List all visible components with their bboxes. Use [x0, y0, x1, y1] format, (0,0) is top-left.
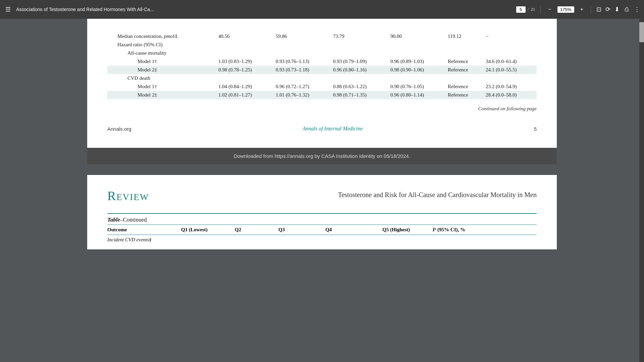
toolbar: ☰ Associations of Testosterone and Relat… [0, 0, 644, 19]
table-row: Median concentration, pmol/L 40.56 59.86… [107, 32, 537, 41]
download-button[interactable]: ⬇ [614, 6, 620, 13]
page-separator: / [528, 7, 529, 12]
table-row: All-cause mortality [107, 49, 537, 57]
more-options-button[interactable]: ⋮ [634, 6, 640, 13]
incident-cvd-row: Incident CVD events§ [107, 235, 537, 243]
row-label: Model 2‡ [107, 91, 216, 99]
table-section: Median concentration, pmol/L 40.56 59.86… [107, 32, 537, 99]
col-header-outcome: Outcome [107, 227, 181, 233]
cell-q2: 0.96 (0.72–1.27) [273, 82, 330, 91]
continued-text: Continued on following page [107, 106, 537, 122]
cell-q1: 40.56 [216, 32, 273, 41]
cell-i2: 24.1 (0.0–55.5) [483, 66, 537, 74]
table-italic-label: Table [107, 217, 120, 223]
fit-page-button[interactable]: ⊡ [596, 6, 601, 13]
row-label: Median concentration, pmol/L [107, 32, 216, 41]
cell-q2: 1.01 (0.76–1.32) [273, 91, 330, 99]
page-separator-gap [87, 164, 557, 175]
cell-q4: 0.96 (0.89–1.03) [388, 57, 445, 66]
cell-q3: 73.79 [330, 32, 388, 41]
row-label: Model 1† [107, 57, 216, 66]
cell-q2: 0.93 (0.76–1.13) [273, 57, 330, 66]
cell-q4: 0.90 (0.76–1.05) [388, 82, 445, 91]
table-row: Hazard ratio (95% CI) [107, 41, 537, 49]
table-continued-header: Table–Continued [107, 213, 537, 225]
col-header-i2: I² (95% CI), % [433, 227, 480, 233]
row-label: Model 2‡ [107, 66, 216, 74]
cell-q1: 1.02 (0.81–1.27) [216, 91, 273, 99]
row-label: Hazard ratio (95% CI) [107, 41, 216, 49]
cell-q5: Reference [445, 66, 483, 74]
pdf-page-top: Median concentration, pmol/L 40.56 59.86… [87, 19, 557, 148]
menu-icon[interactable]: ☰ [4, 4, 12, 14]
cell-q3: 0.98 (0.71–1.35) [330, 91, 388, 99]
cell-q5: Reference [445, 82, 483, 91]
cell-q1: 0.98 (0.78–1.25) [216, 66, 273, 74]
review-label: Review [107, 188, 149, 203]
pdf-content-area[interactable]: Median concentration, pmol/L 40.56 59.86… [0, 19, 644, 362]
cell-i2: 28.4 (0.0–58.0) [483, 91, 537, 99]
cell-q2: 0.93 (0.73–1.18) [273, 66, 330, 74]
table-row: CVD death [107, 74, 537, 82]
cell-q1: 1.03 (0.83–1.29) [216, 57, 273, 66]
table-column-headers: Outcome Q1 (Lowest) Q2 Q3 Q4 Q5 (Highest… [107, 225, 537, 235]
zoom-level[interactable]: 175% [557, 6, 574, 13]
section-header-label: All-cause mortality [107, 49, 216, 57]
col-header-q4: Q4 [325, 227, 382, 233]
toolbar-divider [540, 5, 541, 13]
data-table: Median concentration, pmol/L 40.56 59.86… [107, 32, 537, 99]
section-header-label: CVD death [107, 74, 216, 82]
page-controls: 5 / 21 [516, 6, 535, 13]
page-footer: Annals.org Annals of Internal Medicine 5 [107, 122, 537, 134]
cell-q4: 0.96 (0.80–1.14) [388, 91, 445, 99]
row-label: Model 1† [107, 82, 216, 91]
cell-i2: 23.2 (0.0–54.9) [483, 82, 537, 91]
pdf-page-bottom: Review Testosterone and Risk for All-Cau… [87, 175, 557, 249]
col-header-q5: Q5 (Highest) [382, 227, 433, 233]
cell-i2: 34.6 (0.0–61.4) [483, 57, 537, 66]
document-title: Associations of Testosterone and Related… [16, 7, 512, 12]
footer-page-number: 5 [534, 126, 537, 132]
col-header-q1: Q1 (Lowest) [181, 227, 235, 233]
cell-i2: − [483, 32, 537, 41]
cell-q5: 119.12 [445, 32, 483, 41]
cell-q3: 0.93 (0.79–1.09) [330, 57, 388, 66]
table-continued-title: Table–Continued [107, 217, 147, 223]
cell-q5: Reference [445, 91, 483, 99]
scrollbar[interactable] [639, 19, 644, 362]
cell-q5: Reference [445, 57, 483, 66]
footer-journal-name: Annals of Internal Medicine [303, 126, 363, 132]
table-row: Model 1† 1.04 (0.84–1.29) 0.96 (0.72–1.2… [107, 82, 537, 91]
scrollbar-thumb[interactable] [639, 22, 644, 42]
cell-q2: 59.86 [273, 32, 330, 41]
toolbar-divider-2 [591, 5, 591, 13]
table-row: Model 2‡ 0.98 (0.78–1.25) 0.93 (0.73–1.1… [107, 66, 537, 74]
table-row: Model 1† 1.03 (0.83–1.29) 0.93 (0.76–1.1… [107, 57, 537, 66]
zoom-out-button[interactable]: − [546, 6, 553, 13]
zoom-in-button[interactable]: + [578, 6, 585, 13]
footer-left: Annals.org [107, 126, 131, 132]
cell-q3: 0.96 (0.80–1.16) [330, 66, 388, 74]
table-row: Model 2‡ 1.02 (0.81–1.27) 1.01 (0.76–1.3… [107, 91, 537, 99]
col-header-q3: Q3 [278, 227, 325, 233]
current-page[interactable]: 5 [516, 6, 526, 13]
cell-q4: 90.00 [388, 32, 445, 41]
table-continued-suffix: –Continued [120, 217, 147, 223]
cell-q1: 1.04 (0.84–1.29) [216, 82, 273, 91]
article-title: Testosterone and Risk for All-Cause and … [338, 188, 537, 199]
print-button[interactable]: ⎙ [625, 6, 629, 13]
history-button[interactable]: ⟳ [605, 6, 610, 13]
cell-q4: 0.98 (0.90–1.06) [388, 66, 445, 74]
download-attribution: Downloaded from https://annals.org by CA… [87, 148, 557, 164]
toolbar-right-actions: ⬇ ⎙ ⋮ [614, 6, 640, 13]
cell-q3: 0.88 (0.63–1.22) [330, 82, 388, 91]
total-pages: 21 [531, 7, 535, 12]
review-header: Review Testosterone and Risk for All-Cau… [107, 188, 537, 203]
col-header-q2: Q2 [235, 227, 278, 233]
